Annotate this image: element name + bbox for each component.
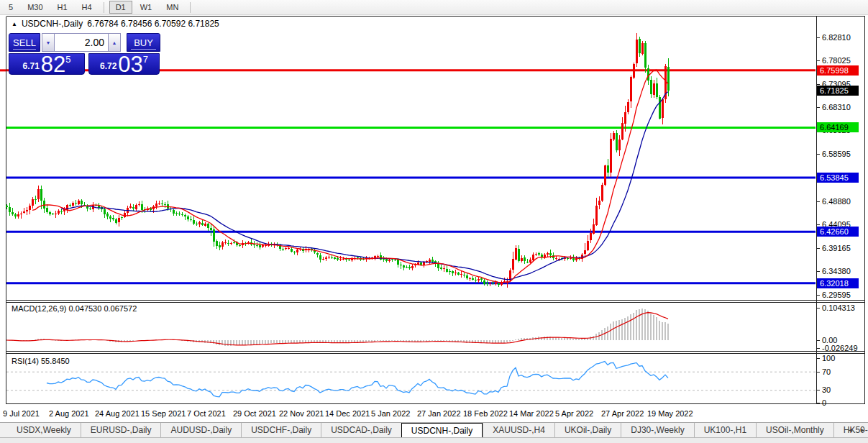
chart-title: ▲ USDCNH-,Daily 6.76784 6.78456 6.70592 … <box>12 19 219 29</box>
volume-input[interactable]: 2.00 <box>55 33 108 52</box>
tab-usdcnh-daily[interactable]: USDCNH-,Daily <box>401 423 483 437</box>
price-axis-label: 6.34380 <box>822 267 851 276</box>
macd-label: MACD(12,26,9) 0.047530 0.067572 <box>12 304 137 313</box>
chart-symbol: USDCNH-,Daily <box>22 19 83 29</box>
tab-usdchf-daily[interactable]: USDCHF-,Daily <box>241 423 321 437</box>
symbol-tab-bar: USDX,WeeklyEURUSD-,DailyAUDUSD-,DailyUSD… <box>0 422 868 437</box>
tab-scroll-right-icon[interactable]: ▸ <box>859 425 867 434</box>
sell-price-display[interactable]: 6.71 82 5 <box>9 53 85 75</box>
rsi-axis-label: 0 <box>822 398 826 408</box>
tab-dj30-weekly[interactable]: DJ30-,Weekly <box>621 423 693 437</box>
price-axis-label: 6.39165 <box>822 244 851 253</box>
trade-panel: SELL ▼ 2.00 ▲ BUY 6.71 82 5 6.72 03 7 <box>9 33 161 75</box>
date-axis-label: 22 Nov 2021 <box>279 409 324 418</box>
volume-decrement-button[interactable]: ▼ <box>42 33 55 52</box>
date-axis-label: 9 Jul 2021 <box>3 409 40 418</box>
tab-usdx-weekly[interactable]: USDX,Weekly <box>7 423 81 437</box>
macd-axis-label: 0.104313 <box>822 303 855 313</box>
date-axis-label: 29 Oct 2021 <box>233 409 276 418</box>
buy-price-sup: 7 <box>143 54 148 65</box>
date-axis-label: 27 Jan 2022 <box>417 409 461 418</box>
date-axis-label: 15 Sep 2021 <box>141 409 186 418</box>
price-badge: 6.71825 <box>817 86 859 96</box>
rsi-label: RSI(14) 55.8450 <box>12 357 70 365</box>
toolbar-separator <box>190 2 191 13</box>
price-badge: 6.64169 <box>817 122 859 132</box>
buy-price-big: 03 <box>118 55 142 74</box>
date-axis-label: 7 Oct 2021 <box>187 409 226 418</box>
date-axis-label: 24 Aug 2021 <box>95 409 140 418</box>
buy-price-display[interactable]: 6.72 03 7 <box>88 53 160 75</box>
tab-usoil-monthly[interactable]: USOil-,Monthly <box>756 423 833 437</box>
price-axis-label: 6.29595 <box>822 291 851 300</box>
price-axis-label: 6.48880 <box>822 197 851 206</box>
timeframe-button-h4[interactable]: H4 <box>76 1 99 14</box>
toolbar-separator <box>104 2 104 13</box>
timeframe-button-5[interactable]: 5 <box>2 1 19 14</box>
sell-price-sup: 5 <box>65 54 70 65</box>
price-badge: 6.75998 <box>817 65 859 76</box>
price-axis-label: 6.68310 <box>822 103 851 112</box>
price-badge: 6.32018 <box>817 278 859 288</box>
timeframe-button-m30[interactable]: M30 <box>21 1 49 14</box>
tab-usdcad-daily[interactable]: USDCAD-,Daily <box>321 423 401 437</box>
date-axis-label: 5 Jan 2022 <box>371 409 410 418</box>
tab-ukoil-daily[interactable]: UKOil-,Daily <box>554 423 621 437</box>
volume-increment-button[interactable]: ▲ <box>108 33 121 52</box>
rsi-axis-label: 30 <box>822 385 831 395</box>
sell-price-prefix: 6.71 <box>22 61 39 71</box>
buy-price-prefix: 6.72 <box>100 61 117 71</box>
timeframe-button-h1[interactable]: H1 <box>51 1 74 14</box>
tab-audusd-daily[interactable]: AUDUSD-,Daily <box>160 423 241 437</box>
price-badge: 6.53845 <box>817 173 859 183</box>
price-axis-label: 6.58595 <box>822 150 851 159</box>
rsi-axis-label: 70 <box>822 367 831 377</box>
timeframe-toolbar: 5M30H1H4D1W1MN <box>0 0 868 15</box>
chart-marker-icon: ▲ <box>12 21 17 27</box>
bottom-strip <box>0 437 868 443</box>
buy-button[interactable]: BUY <box>127 33 160 52</box>
tab-uk100-h1[interactable]: UK100-,H1 <box>694 423 756 437</box>
price-axis-label: 6.78025 <box>822 56 851 65</box>
date-axis-label: 2 Aug 2021 <box>49 409 89 418</box>
date-axis-label: 5 Apr 2022 <box>555 409 593 418</box>
tab-scroll-arrows: ◂▸ <box>846 425 867 434</box>
timeframe-button-mn[interactable]: MN <box>160 1 185 14</box>
price-axis-label: 6.82810 <box>822 33 851 42</box>
date-axis-label: 14 Dec 2021 <box>325 409 370 418</box>
date-axis-label: 18 Feb 2022 <box>463 409 508 418</box>
tab-eurusd-daily[interactable]: EURUSD-,Daily <box>81 423 161 437</box>
tab-xauusd-h4[interactable]: XAUUSD-,H4 <box>483 423 554 437</box>
sell-button[interactable]: SELL <box>9 33 40 52</box>
date-axis-label: 14 Mar 2022 <box>509 409 554 418</box>
date-axis-label: 27 Apr 2022 <box>601 409 644 418</box>
macd-axis-label: -0.026249 <box>822 344 858 353</box>
rsi-axis-label: 100 <box>822 354 835 363</box>
price-badge: 6.42660 <box>817 227 859 237</box>
tab-scroll-left-icon[interactable]: ◂ <box>846 425 854 434</box>
timeframe-button-w1[interactable]: W1 <box>134 1 159 14</box>
chart-ohlc-values: 6.76784 6.78456 6.70592 6.71825 <box>87 19 219 29</box>
sell-price-big: 82 <box>41 55 65 74</box>
timeframe-button-d1[interactable]: D1 <box>109 1 132 14</box>
date-axis-label: 19 May 2022 <box>647 409 693 418</box>
